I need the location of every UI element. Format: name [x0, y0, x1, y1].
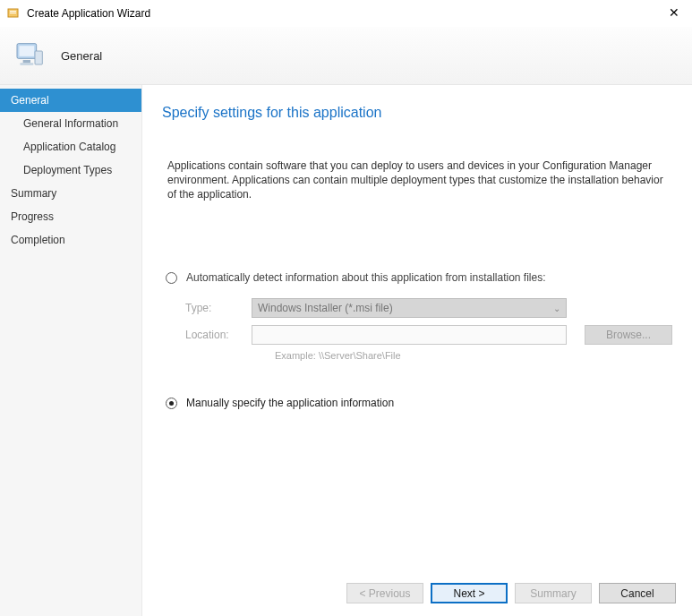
type-dropdown-value: Windows Installer (*.msi file): [258, 302, 393, 314]
svg-rect-7: [35, 51, 42, 64]
radio-auto-detect[interactable]: [166, 272, 177, 284]
sidebar-item-label: Deployment Types: [23, 164, 112, 176]
sidebar-item-completion[interactable]: Completion: [0, 228, 141, 252]
button-label: Cancel: [620, 587, 654, 600]
type-dropdown: Windows Installer (*.msi file) ⌄: [252, 298, 567, 318]
location-label: Location:: [185, 329, 252, 341]
radio-auto-detect-label: Automatically detect information about t…: [186, 271, 546, 284]
cancel-button[interactable]: Cancel: [599, 583, 676, 603]
svg-rect-4: [20, 46, 35, 56]
button-label: Summary: [530, 587, 576, 600]
sidebar-item-label: Progress: [11, 210, 54, 223]
sidebar-item-general-information[interactable]: General Information: [0, 112, 141, 135]
header-banner: General: [0, 27, 692, 85]
button-label: Next >: [453, 587, 484, 600]
sidebar-item-label: Application Catalog: [23, 141, 115, 153]
next-button[interactable]: Next >: [431, 583, 508, 603]
wizard-footer: < Previous Next > Summary Cancel: [346, 583, 676, 603]
button-label: < Previous: [359, 587, 410, 600]
svg-rect-5: [23, 60, 30, 63]
radio-row-manual[interactable]: Manually specify the application informa…: [162, 397, 672, 409]
sidebar-item-label: General: [11, 94, 49, 107]
app-icon: [7, 6, 21, 21]
sidebar-item-label: Summary: [11, 187, 56, 200]
sidebar-item-label: Completion: [11, 234, 65, 246]
intro-text: Applications contain software that you c…: [162, 158, 672, 201]
page-heading: Specify settings for this application: [162, 105, 672, 121]
type-label: Type:: [185, 302, 252, 314]
radio-row-auto-detect[interactable]: Automatically detect information about t…: [162, 271, 672, 284]
summary-button: Summary: [515, 583, 592, 603]
main-panel: Specify settings for this application Ap…: [142, 85, 692, 616]
computer-icon: [13, 38, 48, 73]
radio-manual-label: Manually specify the application informa…: [186, 397, 394, 409]
close-button[interactable]: ✕: [662, 4, 687, 21]
location-example: Example: \\Server\Share\File: [275, 350, 672, 361]
sidebar: General General Information Application …: [0, 85, 142, 616]
location-input: [252, 325, 567, 345]
close-icon: ✕: [669, 5, 679, 20]
radio-manual[interactable]: [166, 398, 177, 409]
sidebar-item-summary[interactable]: Summary: [0, 182, 141, 205]
browse-button: Browse...: [585, 325, 672, 345]
previous-button: < Previous: [346, 583, 423, 603]
sidebar-item-label: General Information: [23, 117, 118, 130]
browse-button-label: Browse...: [606, 329, 651, 341]
svg-rect-2: [10, 13, 16, 13]
chevron-down-icon: ⌄: [553, 304, 560, 313]
titlebar: Create Application Wizard ✕: [0, 0, 692, 27]
svg-rect-6: [20, 63, 33, 65]
header-step-label: General: [61, 49, 102, 63]
sidebar-item-general[interactable]: General: [0, 89, 141, 112]
window-title: Create Application Wizard: [27, 7, 150, 20]
auto-detect-form: Type: Windows Installer (*.msi file) ⌄ L…: [185, 298, 672, 361]
sidebar-item-deployment-types[interactable]: Deployment Types: [0, 158, 141, 182]
sidebar-item-application-catalog[interactable]: Application Catalog: [0, 135, 141, 158]
sidebar-item-progress[interactable]: Progress: [0, 205, 141, 228]
svg-rect-1: [10, 11, 16, 12]
